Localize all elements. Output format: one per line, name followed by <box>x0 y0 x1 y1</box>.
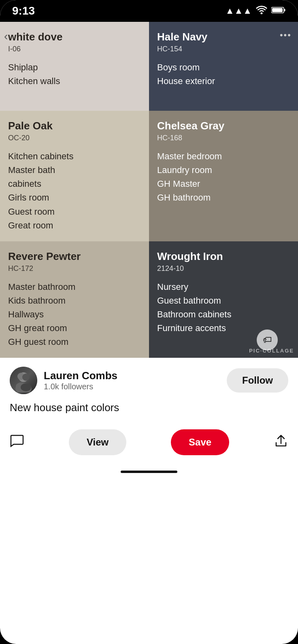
avatar-image <box>10 367 37 394</box>
follow-button[interactable]: Follow <box>227 368 288 393</box>
cell-wrought-iron: Wrought Iron 2124-10 NurseryGuest bathro… <box>149 241 298 358</box>
author-left: Lauren Combs 1.0k followers <box>10 367 117 394</box>
revere-pewter-rooms: Master bathroomKids bathroomHallwaysGH g… <box>8 280 141 349</box>
author-info: Lauren Combs 1.0k followers <box>44 370 117 391</box>
wrought-iron-title: Wrought Iron <box>157 250 290 263</box>
svg-point-9 <box>21 383 31 391</box>
view-button[interactable]: View <box>69 429 126 455</box>
battery-icon <box>271 6 286 16</box>
hale-navy-title: Hale Navy <box>157 31 290 43</box>
white-dove-title: white dove <box>8 31 141 43</box>
status-icons: ▲▲▲ <box>226 5 286 17</box>
phone-wrapper: 9:13 ▲▲▲ ‹ <box>0 0 298 644</box>
cell-white-dove: ‹ white dove I-06 ShiplapKitchen walls <box>0 22 149 111</box>
chelsea-gray-rooms: Master bedroomLaundry roomGH MasterGH ba… <box>157 150 290 205</box>
home-indicator <box>10 463 288 477</box>
collage-grid: ‹ white dove I-06 ShiplapKitchen walls •… <box>0 22 298 358</box>
pale-oak-code: OC-20 <box>8 134 141 142</box>
pin-description: New house paint colors <box>10 401 288 414</box>
cell-pale-oak: Pale Oak OC-20 Kitchen cabinetsMaster ba… <box>0 111 149 241</box>
comment-icon[interactable] <box>10 433 24 451</box>
share-button[interactable] <box>274 434 288 451</box>
author-followers: 1.0k followers <box>44 382 117 391</box>
pale-oak-title: Pale Oak <box>8 120 141 132</box>
status-bar: 9:13 ▲▲▲ <box>0 0 298 22</box>
cell-hale-navy: ••• Hale Navy HC-154 Boys roomHouse exte… <box>149 22 298 111</box>
avatar[interactable] <box>10 367 37 394</box>
back-arrow-icon[interactable]: ‹ <box>4 30 8 43</box>
author-row: Lauren Combs 1.0k followers Follow <box>10 367 288 394</box>
svg-rect-2 <box>284 9 285 11</box>
wrought-iron-code: 2124-10 <box>157 264 290 273</box>
hale-navy-code: HC-154 <box>157 45 290 53</box>
home-bar <box>121 471 177 473</box>
wifi-icon <box>256 5 267 17</box>
white-dove-code: I-06 <box>8 45 141 53</box>
revere-pewter-code: HC-172 <box>8 264 141 273</box>
cell-chelsea-gray: Chelsea Gray HC-168 Master bedroomLaundr… <box>149 111 298 241</box>
hale-navy-rooms: Boys roomHouse exterior <box>157 61 290 88</box>
signal-icon: ▲▲▲ <box>226 6 252 16</box>
pale-oak-rooms: Kitchen cabinetsMaster bathcabinetsGirls… <box>8 150 141 232</box>
chelsea-gray-title: Chelsea Gray <box>157 120 290 132</box>
wrought-iron-rooms: NurseryGuest bathroomBathroom cabinetsFu… <box>157 280 290 335</box>
more-options-icon[interactable]: ••• <box>280 30 292 40</box>
svg-rect-3 <box>272 8 283 12</box>
action-row: View Save <box>10 425 288 463</box>
author-name: Lauren Combs <box>44 370 117 382</box>
save-button[interactable]: Save <box>171 429 229 455</box>
pic-collage-watermark: PIC·COLLAGE <box>249 348 294 354</box>
bottom-section: Lauren Combs 1.0k followers Follow New h… <box>0 358 298 477</box>
cell-revere-pewter: Revere Pewter HC-172 Master bathroomKids… <box>0 241 149 358</box>
white-dove-rooms: ShiplapKitchen walls <box>8 61 141 88</box>
tag-icon: 🏷 <box>263 335 272 345</box>
revere-pewter-title: Revere Pewter <box>8 250 141 263</box>
status-time: 9:13 <box>12 4 35 17</box>
svg-point-7 <box>22 374 30 381</box>
chelsea-gray-code: HC-168 <box>157 134 290 142</box>
svg-point-0 <box>261 13 263 15</box>
